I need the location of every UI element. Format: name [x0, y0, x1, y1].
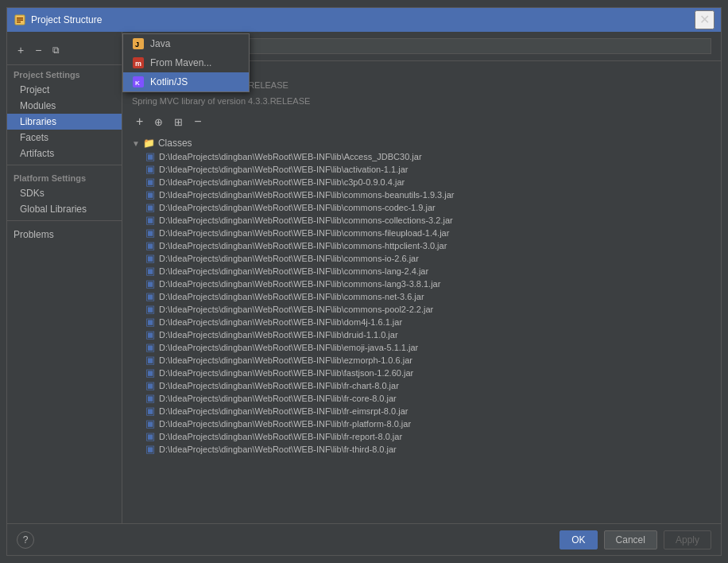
ok-button[interactable]: OK — [560, 530, 597, 549]
svg-rect-2 — [17, 20, 23, 21]
tree-item[interactable]: ▣D:\IdeaProjects\dingban\WebRoot\WEB-INF… — [122, 417, 721, 430]
svg-text:K: K — [135, 80, 140, 87]
file-path: D:\IdeaProjects\dingban\WebRoot\WEB-INF\… — [159, 254, 419, 263]
tree-item[interactable]: ▣D:\IdeaProjects\dingban\WebRoot\WEB-INF… — [122, 328, 721, 341]
file-path: D:\IdeaProjects\dingban\WebRoot\WEB-INF\… — [159, 445, 397, 454]
jar-icon: ▣ — [145, 406, 156, 417]
file-path: D:\IdeaProjects\dingban\WebRoot\WEB-INF\… — [159, 190, 455, 200]
footer-right: OK Cancel Apply — [560, 530, 711, 549]
tree-item[interactable]: ▣D:\IdeaProjects\dingban\WebRoot\WEB-INF… — [122, 443, 721, 456]
sidebar-item-libraries[interactable]: Libraries — [7, 114, 122, 130]
file-path: D:\IdeaProjects\dingban\WebRoot\WEB-INF\… — [159, 305, 433, 314]
file-path: D:\IdeaProjects\dingban\WebRoot\WEB-INF\… — [159, 368, 413, 378]
tree-item[interactable]: ▣D:\IdeaProjects\dingban\WebRoot\WEB-INF… — [122, 405, 721, 417]
jar-icon: ▣ — [145, 177, 156, 188]
svg-rect-1 — [17, 17, 23, 19]
add-class-alt2-button[interactable]: ⊞ — [170, 114, 187, 130]
tree-item[interactable]: ▣D:\IdeaProjects\dingban\WebRoot\WEB-INF… — [122, 303, 721, 316]
file-path: D:\IdeaProjects\dingban\WebRoot\WEB-INF\… — [159, 177, 405, 187]
jar-icon: ▣ — [145, 151, 156, 162]
tree-item[interactable]: ▣D:\IdeaProjects\dingban\WebRoot\WEB-INF… — [122, 252, 721, 265]
jar-icon: ▣ — [145, 278, 156, 289]
file-path: D:\IdeaProjects\dingban\WebRoot\WEB-INF\… — [159, 292, 424, 301]
jar-icon: ▣ — [145, 215, 156, 226]
jar-icon: ▣ — [145, 304, 156, 315]
tree-item[interactable]: ▣D:\IdeaProjects\dingban\WebRoot\WEB-INF… — [122, 341, 721, 354]
sidebar-item-modules[interactable]: Modules — [7, 98, 122, 114]
tree-item[interactable]: ▣D:\IdeaProjects\dingban\WebRoot\WEB-INF… — [122, 392, 721, 405]
maven-icon: m — [133, 57, 144, 68]
popup-maven-label: From Maven... — [150, 57, 211, 68]
dialog-footer: ? OK Cancel Apply — [7, 523, 721, 555]
svg-text:m: m — [135, 60, 141, 68]
file-path: D:\IdeaProjects\dingban\WebRoot\WEB-INF\… — [159, 394, 397, 403]
tree-item[interactable]: ▣D:\IdeaProjects\dingban\WebRoot\WEB-INF… — [122, 316, 721, 328]
tree-item[interactable]: ▣D:\IdeaProjects\dingban\WebRoot\WEB-INF… — [122, 379, 721, 392]
file-path: D:\IdeaProjects\dingban\WebRoot\WEB-INF\… — [159, 317, 402, 327]
popup-kotlin-label: Kotlin/JS — [150, 76, 188, 87]
remove-button[interactable]: − — [31, 41, 45, 59]
expand-icon[interactable]: ▼ — [132, 139, 140, 148]
jar-icon: ▣ — [145, 202, 156, 213]
popup-item-from-maven[interactable]: m From Maven... — [123, 53, 249, 72]
tree-item[interactable]: ▣D:\IdeaProjects\dingban\WebRoot\WEB-INF… — [122, 150, 721, 163]
tree-item[interactable]: ▣D:\IdeaProjects\dingban\WebRoot\WEB-INF… — [122, 290, 721, 303]
classes-label: Classes — [158, 138, 192, 149]
help-label: ? — [23, 534, 29, 546]
jar-icon: ▣ — [145, 266, 156, 277]
file-path: D:\IdeaProjects\dingban\WebRoot\WEB-INF\… — [159, 355, 412, 365]
platform-settings-label: Platform Settings — [7, 169, 122, 185]
tree-item[interactable]: ▣D:\IdeaProjects\dingban\WebRoot\WEB-INF… — [122, 188, 721, 201]
tree-item[interactable]: ▣D:\IdeaProjects\dingban\WebRoot\WEB-INF… — [122, 278, 721, 290]
tree-item[interactable]: ▣D:\IdeaProjects\dingban\WebRoot\WEB-INF… — [122, 354, 721, 367]
title-bar-left: Project Structure — [14, 14, 102, 26]
help-button[interactable]: ? — [17, 531, 34, 549]
sidebar-item-facets[interactable]: Facets — [7, 130, 122, 146]
dialog-title: Project Structure — [31, 14, 102, 25]
close-button[interactable]: ✕ — [695, 10, 714, 29]
svg-text:J: J — [135, 41, 139, 49]
add-class-button[interactable]: + — [132, 112, 147, 131]
tree-item[interactable]: ▣D:\IdeaProjects\dingban\WebRoot\WEB-INF… — [122, 227, 721, 239]
cancel-button[interactable]: Cancel — [604, 530, 657, 549]
tree-item[interactable]: ▣D:\IdeaProjects\dingban\WebRoot\WEB-INF… — [122, 176, 721, 188]
add-button[interactable]: + — [14, 41, 28, 59]
tree-item[interactable]: ▣D:\IdeaProjects\dingban\WebRoot\WEB-INF… — [122, 239, 721, 252]
cancel-label: Cancel — [616, 534, 645, 546]
tree-item[interactable]: ▣D:\IdeaProjects\dingban\WebRoot\WEB-INF… — [122, 367, 721, 379]
tree-item[interactable]: ▣D:\IdeaProjects\dingban\WebRoot\WEB-INF… — [122, 201, 721, 214]
popup-item-kotlin-js[interactable]: K Kotlin/JS — [123, 72, 249, 91]
file-path: D:\IdeaProjects\dingban\WebRoot\WEB-INF\… — [159, 419, 411, 429]
classes-tree[interactable]: ▼ 📁 Classes ▣D:\IdeaProjects\dingban\Web… — [122, 134, 721, 523]
sidebar-item-problems[interactable]: Problems — [7, 224, 122, 243]
tree-item[interactable]: ▣D:\IdeaProjects\dingban\WebRoot\WEB-INF… — [122, 265, 721, 278]
apply-button[interactable]: Apply — [664, 530, 711, 549]
name-input[interactable] — [170, 38, 711, 54]
file-path: D:\IdeaProjects\dingban\WebRoot\WEB-INF\… — [159, 165, 408, 174]
global-libraries-label: Global Libraries — [20, 204, 87, 215]
jar-icon: ▣ — [145, 291, 156, 302]
file-list: ▣D:\IdeaProjects\dingban\WebRoot\WEB-INF… — [122, 150, 721, 456]
footer-left: ? — [17, 531, 34, 549]
jar-icon: ▣ — [145, 431, 156, 442]
libraries-label: Libraries — [20, 116, 56, 127]
sidebar-item-project[interactable]: Project — [7, 82, 122, 98]
tree-item[interactable]: ▣D:\IdeaProjects\dingban\WebRoot\WEB-INF… — [122, 430, 721, 443]
tree-item[interactable]: ▣D:\IdeaProjects\dingban\WebRoot\WEB-INF… — [122, 214, 721, 227]
file-path: D:\IdeaProjects\dingban\WebRoot\WEB-INF\… — [159, 152, 422, 161]
remove-class-button[interactable]: − — [190, 112, 205, 131]
tree-item[interactable]: ▣D:\IdeaProjects\dingban\WebRoot\WEB-INF… — [122, 163, 721, 176]
sidebar-item-artifacts[interactable]: Artifacts — [7, 146, 122, 161]
popup-item-java[interactable]: J Java — [123, 34, 249, 53]
sidebar-item-global-libraries[interactable]: Global Libraries — [7, 201, 122, 217]
jar-icon: ▣ — [145, 253, 156, 264]
sidebar-item-sdks[interactable]: SDKs — [7, 185, 122, 201]
add-class-alt-button[interactable]: ⊕ — [150, 114, 167, 130]
java-icon: J — [133, 38, 144, 49]
sdks-label: SDKs — [20, 188, 45, 199]
sidebar-toolbar: + − ⧉ — [7, 35, 122, 65]
sidebar-divider — [7, 165, 122, 165]
copy-button[interactable]: ⧉ — [48, 42, 64, 58]
file-path: D:\IdeaProjects\dingban\WebRoot\WEB-INF\… — [159, 279, 440, 289]
facets-label: Facets — [20, 132, 48, 143]
